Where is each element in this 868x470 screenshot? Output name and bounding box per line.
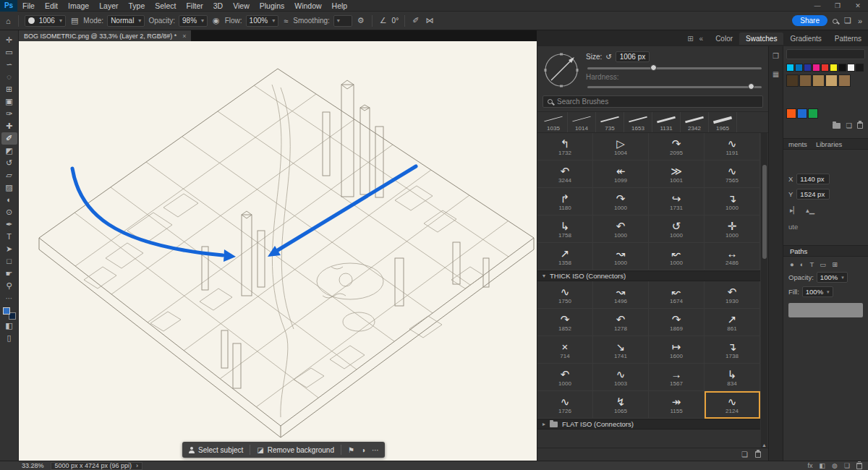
new-swatch-icon[interactable]: ❏: [846, 121, 852, 129]
search-icon[interactable]: [831, 17, 839, 25]
fill-path-icon[interactable]: ●: [790, 260, 794, 268]
brush-preset[interactable]: 1131: [652, 112, 681, 132]
color-swatch[interactable]: [799, 74, 812, 87]
brush-cell-1358[interactable]: ↗1358: [537, 243, 593, 270]
brush-angle-value[interactable]: 0°: [392, 17, 399, 25]
quick-mask-icon[interactable]: ◧: [1, 320, 17, 332]
brush-cell-1600[interactable]: ↦1600: [649, 336, 705, 364]
tab-adjustments[interactable]: ments: [788, 140, 807, 148]
brush-cell-1180[interactable]: ↱1180: [537, 188, 593, 215]
color-swatch[interactable]: [838, 74, 851, 87]
brush-cell-2095[interactable]: ↷2095: [649, 133, 705, 161]
layer-fill-select[interactable]: 100% ▾: [802, 286, 833, 297]
color-swatch[interactable]: [786, 108, 796, 119]
brush-cell-2124[interactable]: ∿2124: [705, 391, 760, 419]
tab-color[interactable]: Color: [709, 33, 739, 45]
panel-grid-icon[interactable]: ⊞: [687, 35, 693, 43]
screen-mode-icon[interactable]: ▯: [1, 332, 17, 344]
scrollbar[interactable]: [761, 133, 767, 448]
tab-gradients[interactable]: Gradients: [783, 33, 827, 45]
brush-cell-1155[interactable]: ↠1155: [649, 391, 705, 419]
menu-layer[interactable]: Layer: [94, 0, 123, 12]
x-position-field[interactable]: 1140 px: [796, 174, 830, 184]
frame-tool[interactable]: ▣: [1, 95, 17, 108]
hardness-slider-thumb[interactable]: [748, 83, 754, 90]
size-slider-thumb[interactable]: [650, 64, 657, 71]
brush-cell-1869[interactable]: ↷1869: [649, 309, 705, 336]
flow-select[interactable]: 100% ▾: [246, 15, 279, 27]
brush-cell-1099[interactable]: ↞1099: [593, 161, 649, 188]
delete-swatch-icon[interactable]: [857, 122, 863, 129]
color-swatch[interactable]: [812, 74, 825, 87]
brush-cell-1674[interactable]: ↜1674: [649, 281, 705, 309]
new-layer-icon[interactable]: ❏: [844, 462, 850, 469]
brush-cell-1003[interactable]: ∿1003: [593, 364, 649, 391]
new-path-icon[interactable]: ⊞: [832, 260, 838, 268]
minimize-button[interactable]: —: [807, 0, 827, 12]
brush-cell-1065[interactable]: ↯1065: [593, 391, 649, 419]
path-selection-tool[interactable]: ➤: [1, 243, 17, 255]
lasso-tool[interactable]: ∽: [1, 59, 17, 71]
opacity-select[interactable]: 98% ▾: [179, 15, 208, 27]
menu-type[interactable]: Type: [123, 0, 150, 12]
clone-stamp-tool[interactable]: ◩: [1, 145, 17, 157]
brush-cell-861[interactable]: ↗861: [705, 309, 760, 336]
delete-brush-icon[interactable]: [755, 451, 761, 458]
menu-filter[interactable]: Filter: [181, 0, 208, 12]
move-tool[interactable]: ✛: [1, 34, 17, 46]
color-swatch[interactable]: [856, 64, 864, 72]
pressure-size-icon[interactable]: ✐: [411, 16, 420, 25]
color-swatch[interactable]: [797, 108, 807, 119]
brush-cell-1278[interactable]: ↶1278: [593, 309, 649, 336]
gradient-tool[interactable]: ▨: [1, 181, 17, 194]
properties-icon[interactable]: ◑: [361, 446, 365, 454]
menu-select[interactable]: Select: [150, 0, 181, 12]
color-swatch[interactable]: [795, 64, 803, 72]
adjustment-layer-icon[interactable]: ◍: [832, 462, 838, 469]
menu-image[interactable]: Image: [63, 0, 94, 12]
restore-button[interactable]: ❐: [827, 0, 848, 12]
brush-preset-picker[interactable]: 1006 ▾: [25, 15, 66, 27]
healing-brush-tool[interactable]: ✚: [1, 120, 17, 132]
brush-cell-1000[interactable]: ↜1000: [649, 243, 705, 270]
new-group-folder-icon[interactable]: [833, 123, 841, 129]
brush-preset[interactable]: 1965: [709, 112, 737, 132]
color-swatch[interactable]: [786, 74, 799, 87]
brush-cell-1000[interactable]: ↶1000: [537, 364, 593, 391]
select-subject-button[interactable]: Select subject: [188, 446, 243, 454]
brush-angle-widget[interactable]: [542, 51, 580, 89]
brush-cell-834[interactable]: ↳834: [705, 364, 760, 391]
brush-cell-1000[interactable]: ↶1000: [593, 215, 649, 243]
menu-view[interactable]: View: [228, 0, 255, 12]
brush-cell-1000[interactable]: ✛1000: [705, 215, 760, 243]
size-slider[interactable]: [587, 67, 762, 69]
brush-cell-1726[interactable]: ∿1726: [537, 391, 593, 419]
color-swatch[interactable]: [808, 108, 818, 119]
new-brush-icon[interactable]: ❏: [741, 450, 748, 458]
close-tab-icon[interactable]: ×: [182, 33, 186, 40]
brush-cell-1930[interactable]: ↶1930: [705, 281, 760, 309]
foreground-background-colors[interactable]: [3, 307, 16, 320]
zoom-level[interactable]: 33.28%: [22, 462, 44, 469]
tab-libraries[interactable]: Libraries: [816, 140, 842, 148]
brush-group-header[interactable]: ▸FLAT ISO (Connectors): [537, 419, 760, 430]
pen-tool[interactable]: ✒: [1, 218, 17, 231]
reset-size-icon[interactable]: ↺: [605, 53, 611, 61]
tab-swatches[interactable]: Swatches: [739, 33, 783, 45]
smoothing-options-gear-icon[interactable]: ⚙: [356, 16, 366, 25]
brush-search-input[interactable]: Search Brushes: [542, 95, 763, 108]
brush-preset[interactable]: 1014: [568, 112, 596, 132]
home-icon[interactable]: ⌂: [4, 17, 12, 25]
symmetry-icon[interactable]: ⋈: [424, 16, 435, 25]
color-swatch[interactable]: [825, 74, 838, 87]
feedback-flag-icon[interactable]: ⚑: [348, 446, 354, 454]
collapse-panels-icon[interactable]: «: [699, 35, 704, 43]
close-button[interactable]: ✕: [848, 0, 868, 12]
blur-tool[interactable]: ◐: [1, 194, 17, 206]
color-swatch[interactable]: [821, 64, 829, 72]
crop-tool[interactable]: ⊞: [1, 83, 17, 95]
brush-cell-2486[interactable]: ↔2486: [705, 243, 760, 270]
y-position-field[interactable]: 1524 px: [796, 189, 830, 200]
object-selection-tool[interactable]: ◌: [1, 71, 17, 83]
flip-vertical-icon[interactable]: ▴▁: [806, 206, 814, 214]
